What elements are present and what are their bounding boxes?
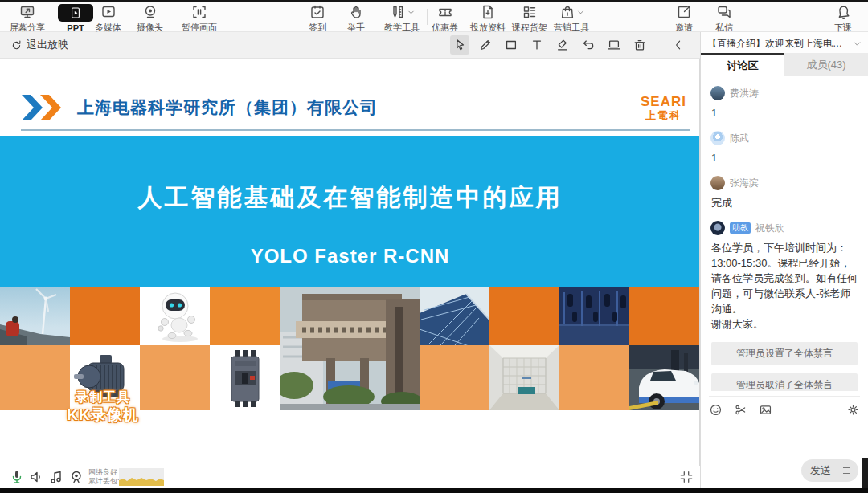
message-text: 1 bbox=[711, 105, 858, 120]
toolbar-course-shelf[interactable]: 课程货架 bbox=[512, 4, 547, 34]
exit-presentation-button[interactable]: 退出放映 bbox=[10, 38, 68, 52]
status-bar: 网络良好 累计丢包:10 bbox=[0, 466, 700, 488]
shopping-bag-icon bbox=[559, 4, 575, 20]
toolbar-teaching-tools[interactable]: 教学工具 bbox=[384, 4, 420, 34]
webcam-icon bbox=[142, 4, 158, 20]
share-invite-icon bbox=[676, 4, 692, 20]
toolbar-end-class[interactable]: 下课 bbox=[834, 4, 852, 34]
toolbar-ppt[interactable]: PPT bbox=[58, 4, 93, 33]
chat-message: 陈武 1 bbox=[710, 131, 858, 165]
toolbar-camera[interactable]: 摄像头 bbox=[137, 4, 163, 34]
chevron-down-icon bbox=[577, 9, 584, 16]
seari-logo-chinese: 上電科 bbox=[641, 110, 686, 120]
toolbar-invite[interactable]: 邀请 bbox=[675, 4, 693, 34]
app-window: 屏幕分享 PPT 多媒体 摄像头 暂停画面 bbox=[0, 0, 868, 493]
message-text: 1 bbox=[711, 150, 858, 165]
photo-high-voltage-lab bbox=[559, 287, 629, 345]
message-text: 各位学员，下午培训时间为：13:00-15:30。课程已经开始，请各位学员完成签… bbox=[711, 240, 858, 332]
camera-button[interactable] bbox=[68, 468, 85, 486]
chevron-down-icon[interactable] bbox=[853, 39, 862, 48]
text-tool[interactable] bbox=[527, 35, 547, 55]
photo-institute-building bbox=[280, 287, 420, 410]
ppt-icon bbox=[58, 4, 93, 22]
chat-message: 费洪涛 1 bbox=[710, 86, 858, 120]
toolbar-coupon[interactable]: 优惠券 bbox=[432, 4, 458, 34]
emoji-icon[interactable] bbox=[709, 403, 723, 417]
chat-input[interactable] bbox=[706, 419, 863, 459]
screen-share-icon bbox=[19, 4, 35, 20]
chat-message: 助教 祝铁欣 各位学员，下午培训时间为：13:00-15:30。课程已经开始，请… bbox=[710, 221, 858, 332]
toolbar-multimedia[interactable]: 多媒体 bbox=[95, 4, 121, 34]
send-button-label: 发送 bbox=[810, 463, 831, 478]
bottom-black-strip bbox=[0, 488, 868, 493]
select-cursor-tool[interactable] bbox=[450, 35, 469, 55]
raise-hand-icon bbox=[348, 4, 364, 20]
tab-members[interactable]: 成员(43) bbox=[784, 53, 868, 76]
document-arrow-icon bbox=[480, 4, 496, 20]
toolbar-sign-in[interactable]: 签到 bbox=[309, 4, 326, 34]
chat-message-list[interactable]: 费洪涛 1 陈武 1 张海滨 完成 bbox=[701, 76, 868, 391]
toolbar-marketing-tools[interactable]: 营销工具 bbox=[554, 4, 589, 34]
chat-bubbles-icon bbox=[716, 4, 732, 20]
chat-tabs: 讨论区 成员(43) bbox=[701, 53, 868, 76]
avatar bbox=[710, 86, 725, 100]
media-player-icon bbox=[100, 4, 117, 20]
image-upload-icon[interactable] bbox=[759, 403, 772, 417]
watermark-line2: KK录像机 bbox=[40, 405, 166, 425]
whiteboard-tool[interactable] bbox=[604, 35, 624, 55]
pencil-tool[interactable] bbox=[476, 35, 495, 55]
rectangle-tool[interactable] bbox=[502, 35, 521, 55]
ppt-slide: 上海电器科学研究所（集团）有限公司 SEARI 上電科 人工智能基础及在智能制造… bbox=[0, 59, 700, 466]
undo-tool[interactable] bbox=[579, 35, 598, 55]
mosaic-orange-tile bbox=[559, 345, 629, 410]
exit-presentation-icon bbox=[10, 39, 23, 51]
send-row: 发送 bbox=[801, 459, 858, 482]
shelf-grid-icon bbox=[522, 4, 538, 20]
message-author: 陈武 bbox=[730, 132, 749, 145]
toolbar-screen-share[interactable]: 屏幕分享 bbox=[10, 4, 45, 34]
coupon-icon bbox=[437, 4, 453, 20]
live-intro-title: 【直播介绍】欢迎来到上海电器... bbox=[707, 37, 850, 51]
send-options-icon[interactable] bbox=[843, 467, 850, 474]
assistant-badge: 助教 bbox=[730, 222, 751, 234]
photo-robot bbox=[140, 287, 210, 345]
chat-panel: 【直播介绍】欢迎来到上海电器... 讨论区 成员(43) 费洪涛 1 陈武 bbox=[700, 32, 868, 488]
live-intro-bar[interactable]: 【直播介绍】欢迎来到上海电器... bbox=[701, 32, 868, 53]
trash-tool[interactable] bbox=[630, 35, 649, 55]
exit-fullscreen-icon[interactable] bbox=[679, 470, 694, 484]
chevron-down-icon bbox=[407, 9, 415, 16]
tab-discussion[interactable]: 讨论区 bbox=[701, 53, 784, 76]
network-sparkline bbox=[119, 468, 164, 486]
scrollbar-block[interactable] bbox=[862, 458, 868, 488]
speaker-button[interactable] bbox=[27, 468, 45, 486]
send-divider bbox=[837, 466, 837, 475]
toolbar-pause-screen[interactable]: 暂停画面 bbox=[182, 4, 217, 34]
slide-title: 人工智能基础及在智能制造中的应用 bbox=[0, 181, 700, 214]
toolbar-raise-hand[interactable]: 举手 bbox=[347, 4, 365, 34]
microphone-button[interactable] bbox=[8, 468, 26, 486]
toolbar-private-message[interactable]: 私信 bbox=[715, 4, 733, 34]
chat-message: 张海滨 完成 bbox=[710, 176, 858, 210]
message-author: 费洪涛 bbox=[730, 87, 759, 100]
chat-settings-gear-icon[interactable] bbox=[846, 403, 860, 417]
mosaic-orange-tile bbox=[70, 287, 140, 345]
pause-screen-icon bbox=[191, 4, 207, 20]
avatar bbox=[710, 176, 725, 190]
avatar bbox=[710, 131, 725, 145]
mosaic-orange-tile bbox=[489, 287, 559, 345]
bell-icon bbox=[835, 4, 851, 20]
music-button[interactable] bbox=[47, 468, 65, 486]
system-message: 管理员设置了全体禁言 bbox=[711, 342, 858, 365]
top-toolbar: 屏幕分享 PPT 多媒体 摄像头 暂停画面 bbox=[0, 2, 868, 32]
screenshot-scissors-icon[interactable] bbox=[734, 403, 747, 417]
photo-anechoic-chamber bbox=[489, 345, 559, 410]
toolbar-materials[interactable]: 投放资料 bbox=[470, 4, 506, 34]
previous-slide-button[interactable] bbox=[669, 35, 688, 55]
slide-subtitle: YOLO Faster R-CNN bbox=[0, 245, 700, 267]
slide-header: 上海电器科学研究所（集团）有限公司 SEARI 上電科 bbox=[21, 89, 686, 126]
double-chevron-logo-icon bbox=[21, 94, 66, 121]
send-button[interactable]: 发送 bbox=[801, 459, 858, 482]
photo-circuit-breakers bbox=[210, 345, 280, 410]
mosaic-orange-tile bbox=[210, 287, 280, 345]
eraser-tool[interactable] bbox=[553, 35, 572, 55]
